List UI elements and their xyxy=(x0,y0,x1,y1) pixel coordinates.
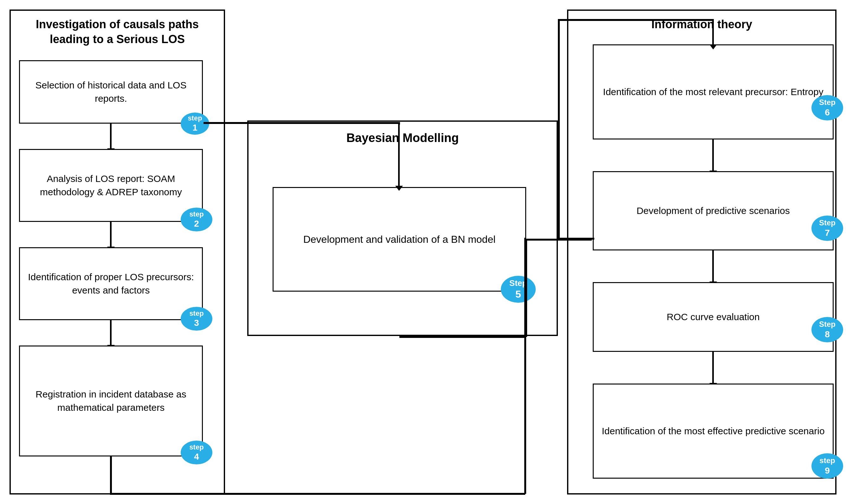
step-badge-4: step 4 xyxy=(181,440,212,464)
step-badge-6: Step 6 xyxy=(811,95,843,121)
connect-to-right-v xyxy=(558,19,560,239)
arrow-3-4 xyxy=(110,320,112,345)
flow-box-4: Registration in incident database as mat… xyxy=(19,345,203,456)
step-badge-5: Step 5 xyxy=(501,276,536,303)
arrow-top-right-to-box6 xyxy=(712,19,714,45)
connector-to-right2 xyxy=(525,239,592,240)
connect-top-to-right-h xyxy=(558,19,713,21)
middle-section-title: Bayesian Modelling xyxy=(249,122,557,151)
step-badge-8: Step 8 xyxy=(811,317,843,342)
arrow-2-3 xyxy=(110,222,112,247)
connect-down-to-middle xyxy=(398,122,400,125)
left-section-title: Investigation of causals paths leading t… xyxy=(11,11,224,50)
step-badge-9: step 9 xyxy=(811,453,843,479)
connect-mid-right-v xyxy=(525,239,527,337)
connect-left-middle-bottom xyxy=(110,493,525,495)
flow-box-8: ROC curve evaluation xyxy=(593,282,834,352)
bottom-connect-left xyxy=(110,456,112,494)
flow-box-6: Identification of the most relevant prec… xyxy=(593,44,834,140)
step-badge-2: step 2 xyxy=(181,208,212,231)
flow-box-7: Development of predictive scenarios xyxy=(593,171,834,250)
arrow-7-8 xyxy=(712,250,714,282)
flow-box-2: Analysis of LOS report: SOAM methodology… xyxy=(19,149,203,222)
step-badge-3: step 3 xyxy=(181,307,212,330)
bn-model-box: Development and validation of a BN model xyxy=(273,187,526,292)
arrow-top-to-bn xyxy=(398,123,400,186)
arrow-8-9 xyxy=(712,352,714,383)
diagram-container: Investigation of causals paths leading t… xyxy=(0,0,846,504)
step-badge-7: Step 7 xyxy=(811,216,843,241)
arrow-1-2 xyxy=(110,124,112,149)
flow-box-1: Selection of historical data and LOS rep… xyxy=(19,60,203,124)
connect-left-right-h xyxy=(203,122,399,124)
flow-box-9: Identification of the most effective pre… xyxy=(593,383,834,479)
arrow-6-7 xyxy=(712,140,714,171)
flow-box-3: Identification of proper LOS precursors:… xyxy=(19,247,203,320)
right-section-title: Information theory xyxy=(568,11,835,35)
connect-middle-bottom-h xyxy=(399,336,526,338)
